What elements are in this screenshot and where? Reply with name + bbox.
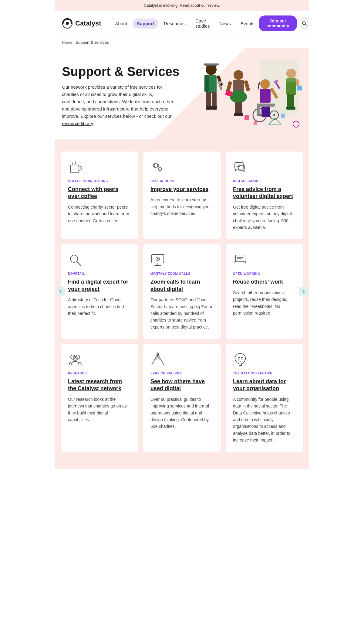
card-title: Latest research from the Catalyst networ…	[68, 378, 131, 392]
svg-point-68	[70, 255, 78, 262]
svg-rect-56	[281, 114, 285, 118]
card-desc: Search other organisations' projects, re…	[233, 289, 296, 317]
card-data-collective[interactable]: THE DATA COLLECTIVE Learn about data for…	[226, 344, 303, 452]
card-category: COFFEE CONNECTIONS	[68, 179, 131, 183]
svg-rect-46	[297, 86, 302, 90]
head-data-icon	[233, 352, 248, 367]
svg-point-1	[66, 22, 69, 25]
search-icon	[302, 21, 307, 26]
carousel-left-arrow[interactable]	[56, 287, 65, 296]
breadcrumb-current: Support & services	[76, 40, 109, 45]
card-category: SERVICE RECIPES	[150, 372, 214, 375]
svg-rect-54	[244, 115, 249, 120]
mountain-icon	[150, 352, 165, 367]
header: Catalyst About Support Resources Case st…	[55, 11, 309, 36]
card-category: MONTHLY ZOOM CALLS	[150, 272, 214, 275]
nav-about[interactable]: About	[111, 19, 131, 29]
svg-point-34	[273, 114, 275, 116]
banner-link[interactable]: our review.	[201, 3, 220, 8]
card-desc: A free course to learn step-by-step meth…	[150, 196, 214, 217]
svg-rect-55	[254, 121, 257, 125]
svg-rect-28	[238, 113, 243, 116]
svg-rect-8	[204, 63, 219, 65]
nav-events[interactable]: Events	[236, 19, 259, 29]
svg-rect-75	[235, 255, 245, 262]
chevron-right-icon	[301, 289, 305, 294]
card-design-hops[interactable]: DESIGN HOPS Improve your services A free…	[143, 152, 221, 239]
svg-point-21	[232, 90, 244, 97]
card-coffee-connections[interactable]: COFFEE CONNECTIONS Connect with peers ov…	[61, 152, 138, 239]
logo[interactable]: Catalyst	[62, 18, 101, 29]
card-desc: Our partners SCVO and Third Sector Lab a…	[150, 296, 214, 330]
card-category: THE DATA COLLECTIVE	[233, 372, 296, 375]
nav-resources[interactable]: Resources	[160, 19, 190, 29]
svg-rect-15	[212, 92, 217, 107]
svg-rect-40	[261, 107, 266, 117]
group-icon	[68, 352, 83, 367]
card-category: RESEARCH	[68, 372, 131, 375]
logo-icon	[62, 18, 73, 29]
card-research[interactable]: RESEARCH Latest research from the Cataly…	[61, 344, 138, 452]
svg-rect-25	[235, 102, 239, 114]
svg-rect-44	[286, 78, 296, 82]
card-service-recipes[interactable]: SERVICE RECIPES See how others have used…	[143, 344, 221, 452]
svg-rect-23	[244, 80, 250, 91]
svg-point-89	[241, 357, 243, 359]
logo-text: Catalyst	[75, 19, 101, 27]
hero-illustration	[187, 54, 302, 139]
svg-line-4	[305, 24, 306, 26]
card-dovetail[interactable]: DOVETAIL Find a digital expert for your …	[61, 244, 138, 339]
svg-rect-41	[266, 107, 270, 117]
svg-point-42	[286, 69, 296, 78]
svg-rect-52	[286, 107, 291, 110]
svg-rect-36	[257, 104, 260, 116]
cards-row-2: DOVETAIL Find a digital expert for your …	[61, 244, 303, 339]
card-digital-candle[interactable]: DIGITAL CANDLE Free advice from a volunt…	[226, 152, 303, 239]
svg-rect-16	[206, 106, 212, 110]
svg-rect-58	[70, 165, 79, 173]
card-zoom-calls[interactable]: MONTHLY ZOOM CALLS Zoom calls to learn a…	[143, 244, 221, 339]
main-nav: About Support Resources Case studies New…	[111, 16, 259, 31]
card-title: See how others have used digital	[150, 378, 214, 392]
nav-case-studies[interactable]: Case studies	[191, 16, 214, 31]
join-community-button[interactable]: Join our community	[259, 15, 297, 31]
card-title: Free advice from a volunteer digital exp…	[233, 186, 296, 200]
svg-rect-50	[287, 94, 291, 108]
hero-svg	[187, 54, 302, 139]
card-desc: Our research looks at the journeys that …	[68, 396, 131, 423]
svg-rect-14	[206, 92, 211, 107]
svg-rect-64	[235, 162, 243, 169]
svg-rect-17	[211, 106, 217, 110]
search-magnify-icon	[68, 253, 83, 267]
svg-marker-74	[157, 258, 159, 260]
carousel-right-arrow[interactable]	[299, 287, 308, 296]
svg-point-80	[71, 355, 75, 359]
svg-point-88	[238, 357, 240, 359]
hero-content: Support & Services Our network provides …	[62, 65, 187, 139]
svg-rect-24	[225, 90, 233, 97]
svg-point-82	[73, 356, 77, 360]
monitor-icon	[150, 253, 165, 267]
breadcrumb-home[interactable]: Home	[62, 40, 72, 45]
nav-news[interactable]: News	[215, 19, 235, 29]
card-title: Reuse others' work	[233, 278, 296, 285]
svg-rect-26	[238, 102, 242, 114]
resource-library-link[interactable]: resource library	[62, 121, 93, 126]
top-banner: Catalyst is evolving. Read about our rev…	[55, 0, 309, 11]
svg-rect-10	[204, 75, 209, 92]
hero-description: Our network provides a variety of free s…	[62, 84, 177, 127]
card-title: Find a digital expert for your project	[68, 278, 131, 293]
svg-point-2	[67, 19, 68, 20]
chat-icon	[233, 160, 248, 175]
card-desc: A community for people using data in the…	[233, 396, 296, 444]
card-category: DESIGN HOPS	[150, 179, 214, 183]
svg-line-69	[77, 262, 81, 265]
card-open-working[interactable]: OPEN WORKING Reuse others' work Search o…	[226, 244, 303, 339]
card-desc: Get free digital advice from volunteer e…	[233, 204, 296, 231]
gears-icon	[150, 160, 165, 175]
nav-support[interactable]: Support	[133, 19, 159, 29]
coffee-icon	[68, 160, 83, 175]
card-category: OPEN WORKING	[233, 272, 296, 275]
search-button[interactable]	[301, 18, 308, 29]
card-category: DOVETAIL	[68, 272, 131, 275]
